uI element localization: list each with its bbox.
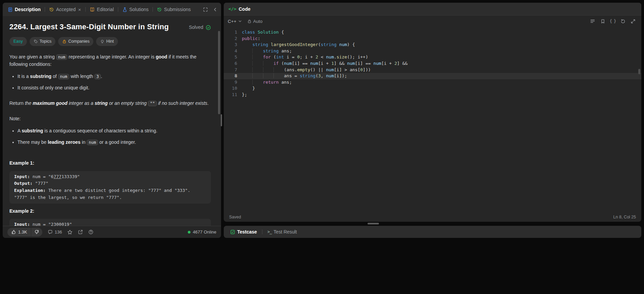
thumbs-up-icon <box>11 229 16 235</box>
close-icon[interactable]: × <box>78 7 81 12</box>
fullscreen-editor-button[interactable] <box>629 17 637 25</box>
description-paragraph: You are given a string num representing … <box>9 53 211 68</box>
dislike-button[interactable] <box>31 228 42 237</box>
hint-label: Hint <box>106 38 114 45</box>
code-line[interactable]: 5 for (int i = 0; i + 2 < num.size(); i+… <box>224 54 641 60</box>
tab-submissions[interactable]: Submissions <box>155 5 192 13</box>
star-button[interactable] <box>67 229 73 235</box>
list-item: It consists of only one unique digit. <box>17 84 211 92</box>
expand-panel-button[interactable] <box>203 7 208 12</box>
online-dot-icon <box>188 231 190 234</box>
snippets-button[interactable]: { } <box>608 17 617 25</box>
tab-testcase-label: Testcase <box>237 229 257 235</box>
tab-test-result[interactable]: >_ Test Result <box>266 228 299 236</box>
tab-divider <box>45 7 45 12</box>
code-tab-label[interactable]: Code <box>239 6 250 12</box>
auto-toggle[interactable]: Auto <box>247 19 263 24</box>
code-line[interactable]: 3 string largestGoodInteger(string num) … <box>224 42 641 48</box>
like-button[interactable]: 1.3K <box>7 228 31 237</box>
hint-badge[interactable]: Hint <box>96 37 118 46</box>
code-line[interactable]: 6 if (num[i] == num[i + 1] && num[i] == … <box>224 60 641 67</box>
problem-panel: Description Accepted × Editorial Solutio… <box>3 3 221 238</box>
align-lines-icon <box>590 18 595 24</box>
tab-solutions[interactable]: Solutions <box>121 5 151 13</box>
problem-footer: 1.3K 136 <box>3 226 221 238</box>
problem-title: 2264. Largest 3-Same-Digit Number in Str… <box>9 22 169 32</box>
tab-accepted-label: Accepted <box>56 7 76 12</box>
tab-editorial[interactable]: Editorial <box>88 5 116 13</box>
topics-label: Topics <box>40 38 51 45</box>
editor-scrollbar-thumb[interactable] <box>638 69 640 74</box>
code-line[interactable]: 1class Solution { <box>224 29 641 36</box>
solved-label: Solved <box>189 24 203 31</box>
collapse-panel-button[interactable] <box>213 7 218 12</box>
note-list: A substring is a contiguous sequence of … <box>9 127 211 146</box>
save-status: Saved <box>229 215 241 219</box>
code-header: </> Code <box>224 3 641 15</box>
comments-button[interactable]: 136 <box>48 229 62 235</box>
tab-description-label: Description <box>15 7 41 12</box>
tab-divider <box>153 7 153 12</box>
language-label: C++ <box>228 19 237 24</box>
code-line[interactable]: 9 return ans; <box>224 79 641 86</box>
bookmark-button[interactable] <box>598 17 607 25</box>
tab-editorial-label: Editorial <box>97 7 114 12</box>
question-icon <box>88 229 93 235</box>
star-icon <box>67 229 73 235</box>
leetcode-app: { "colors": { "accent_green": "#2cbb5d",… <box>0 0 644 294</box>
tag-icon <box>34 39 38 44</box>
bookmark-icon <box>600 19 605 24</box>
companies-badge[interactable]: Companies <box>58 37 93 46</box>
difficulty-badge[interactable]: Easy <box>9 37 27 46</box>
example-heading: Example 2: <box>9 208 211 215</box>
code-line[interactable]: 11}; <box>224 92 641 98</box>
share-button[interactable] <box>78 229 83 235</box>
topics-badge[interactable]: Topics <box>30 37 55 46</box>
auto-label: Auto <box>253 19 263 24</box>
example-block: Input: num = "2300019"Output: "000" <box>9 219 211 226</box>
code-icon: </> <box>228 6 236 11</box>
cursor-position[interactable]: Ln 8, Col 25 <box>613 215 636 219</box>
code-line[interactable]: 10 } <box>224 85 641 92</box>
tab-solutions-label: Solutions <box>129 7 149 12</box>
online-count: 4677 Online <box>193 229 216 235</box>
code-line[interactable]: 4 string ans; <box>224 48 641 54</box>
vote-group: 1.3K <box>7 228 42 237</box>
chevron-left-icon <box>213 7 218 12</box>
check-circle-icon <box>206 25 211 30</box>
like-count: 1.3K <box>18 229 27 235</box>
code-line[interactable]: 7 (ans.empty() || num[i] > ans[0])) <box>224 67 641 73</box>
terminal-icon: >_ <box>267 229 271 234</box>
code-line[interactable]: 8 ans = string(3, num[i]); <box>224 73 641 79</box>
companies-label: Companies <box>68 38 89 45</box>
book-icon <box>90 7 95 12</box>
code-line[interactable]: 2public: <box>224 36 641 42</box>
solved-status[interactable]: Solved <box>189 24 211 31</box>
code-editor[interactable]: 1class Solution {2public:3 string larges… <box>224 27 641 212</box>
badge-row: Easy Topics Companies Hint <box>9 37 211 46</box>
share-icon <box>78 229 83 235</box>
lock-icon <box>62 39 67 44</box>
reset-code-button[interactable] <box>618 17 627 25</box>
example-heading: Example 1: <box>9 160 211 167</box>
problem-content[interactable]: 2264. Largest 3-Same-Digit Number in Str… <box>3 16 221 226</box>
help-button[interactable] <box>88 229 93 235</box>
comment-icon <box>48 229 53 235</box>
panel-resize-handle-vertical[interactable] <box>221 114 222 126</box>
history-icon <box>49 7 54 12</box>
chevron-down-icon <box>238 19 242 23</box>
tab-testcase[interactable]: Testcase <box>228 228 259 236</box>
tab-description[interactable]: Description <box>6 5 42 13</box>
scrollbar-thumb[interactable] <box>218 31 220 114</box>
tab-divider <box>118 7 118 12</box>
note-label: Note: <box>9 115 211 123</box>
format-code-button[interactable] <box>588 17 597 25</box>
comment-count: 136 <box>55 229 62 235</box>
panel-resize-handle-horizontal[interactable] <box>368 223 379 224</box>
tab-accepted[interactable]: Accepted × <box>47 5 83 13</box>
language-selector[interactable]: C++ <box>228 19 242 24</box>
example-1: Example 1: Input: num = "6777133339"Outp… <box>9 160 211 204</box>
online-status: 4677 Online <box>188 229 216 235</box>
editor-toolbar: C++ Auto { } <box>224 15 641 27</box>
thumbs-down-icon <box>34 229 39 235</box>
